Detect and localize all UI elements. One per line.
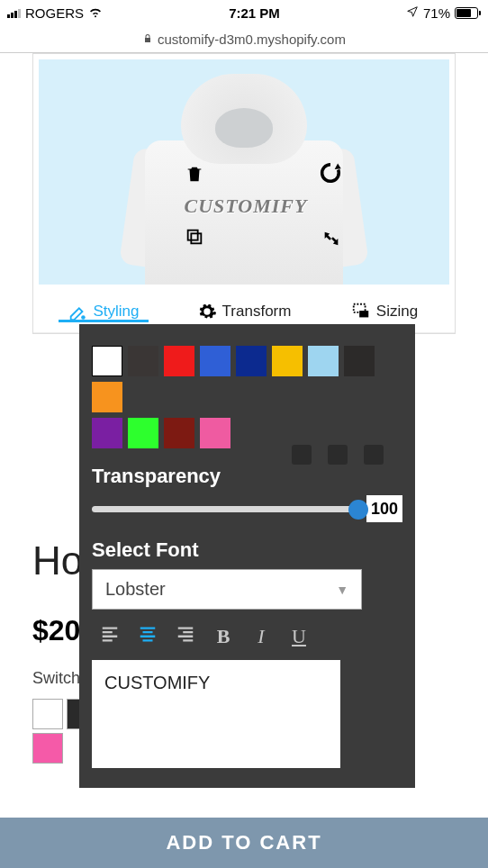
resize-handle[interactable]: [321, 229, 341, 249]
design-text-input[interactable]: CUSTOMIFY: [92, 660, 340, 768]
color-swatch[interactable]: [272, 346, 303, 376]
status-right: 71%: [406, 5, 481, 21]
color-swatch[interactable]: [92, 346, 122, 376]
align-right-icon: [176, 624, 195, 644]
product-preview[interactable]: CUSTOMIFY: [39, 59, 449, 285]
wifi-icon: [88, 5, 103, 22]
hoodie-render: CUSTOMIFY: [127, 68, 361, 285]
text-tools: B I U: [92, 624, 402, 649]
selected-font-label: Lobster: [105, 579, 166, 600]
tab-label: Transform: [222, 303, 292, 321]
transparency-value[interactable]: 100: [366, 495, 402, 522]
paint-icon: [68, 302, 87, 321]
color-swatch[interactable]: [164, 418, 194, 448]
tab-label: Sizing: [376, 303, 418, 321]
status-bar: ROGERS 7:21 PM 71%: [0, 0, 488, 25]
transparency-heading: Transparency: [92, 465, 402, 488]
color-swatch[interactable]: [128, 418, 158, 448]
tab-transform[interactable]: Transform: [174, 302, 314, 321]
svg-rect-0: [188, 231, 198, 240]
rotate-handle[interactable]: [318, 160, 343, 185]
color-swatch[interactable]: [128, 346, 158, 376]
bg-toolbar-icons: [292, 445, 384, 465]
battery-icon: [455, 7, 481, 19]
duplicate-handle[interactable]: [185, 227, 204, 247]
bold-button[interactable]: B: [211, 625, 236, 648]
color-swatch[interactable]: [92, 382, 122, 412]
signal-icon: [7, 7, 21, 18]
url-host: customify-d3m0.myshopify.com: [158, 32, 346, 47]
font-select[interactable]: Lobster ▼: [92, 569, 362, 610]
battery-pct: 71%: [423, 5, 450, 21]
transparency-slider-row: 100: [92, 495, 402, 522]
color-swatches-row1: [92, 346, 402, 412]
slider-thumb[interactable]: [348, 500, 368, 520]
color-swatch[interactable]: [308, 346, 339, 376]
copy-icon: [185, 227, 204, 247]
color-swatch[interactable]: [200, 418, 230, 448]
resize-icon: [321, 229, 341, 249]
styling-panel: Transparency 100 Select Font Lobster ▼ B…: [79, 324, 415, 788]
select-font-heading: Select Font: [92, 538, 402, 562]
color-swatch[interactable]: [236, 346, 267, 376]
sizing-icon: [351, 302, 371, 321]
color-swatch[interactable]: [92, 418, 122, 448]
trash-icon: [185, 164, 204, 184]
color-swatch[interactable]: [32, 733, 63, 764]
color-swatch[interactable]: [344, 346, 375, 376]
clock: 7:21 PM: [229, 5, 280, 21]
align-right-button[interactable]: [173, 624, 198, 649]
carrier-label: ROGERS: [25, 5, 84, 21]
lock-icon: [142, 33, 153, 44]
product-preview-frame: CUSTOMIFY Styling Transform: [32, 53, 456, 334]
svg-point-2: [82, 315, 86, 320]
align-left-icon: [100, 624, 120, 644]
delete-handle[interactable]: [185, 164, 204, 184]
tab-styling[interactable]: Styling: [33, 302, 174, 321]
tab-sizing[interactable]: Sizing: [314, 302, 455, 321]
underline-button[interactable]: U: [286, 625, 312, 648]
design-text: CUSTOMIFY: [185, 194, 308, 218]
align-center-button[interactable]: [135, 624, 160, 649]
color-swatch[interactable]: [164, 346, 194, 376]
color-swatches-row2: [92, 418, 402, 448]
text-input-value: CUSTOMIFY: [104, 673, 210, 692]
add-to-cart-button[interactable]: ADD TO CART: [0, 818, 488, 868]
add-to-cart-label: ADD TO CART: [166, 831, 321, 854]
transparency-slider[interactable]: [92, 506, 359, 512]
design-text-box[interactable]: CUSTOMIFY: [176, 182, 316, 231]
gear-icon: [197, 302, 217, 321]
svg-rect-4: [359, 311, 368, 317]
svg-rect-1: [191, 233, 201, 243]
align-left-button[interactable]: [97, 624, 122, 649]
rotate-icon: [318, 160, 343, 185]
color-swatch[interactable]: [200, 346, 230, 376]
chevron-down-icon: ▼: [336, 583, 348, 597]
status-left: ROGERS: [7, 5, 103, 22]
align-center-icon: [138, 624, 158, 644]
browser-url-bar[interactable]: customify-d3m0.myshopify.com: [0, 25, 488, 52]
location-icon: [406, 5, 419, 21]
color-swatch[interactable]: [32, 699, 63, 729]
tab-label: Styling: [93, 303, 139, 321]
italic-button[interactable]: I: [249, 625, 274, 648]
